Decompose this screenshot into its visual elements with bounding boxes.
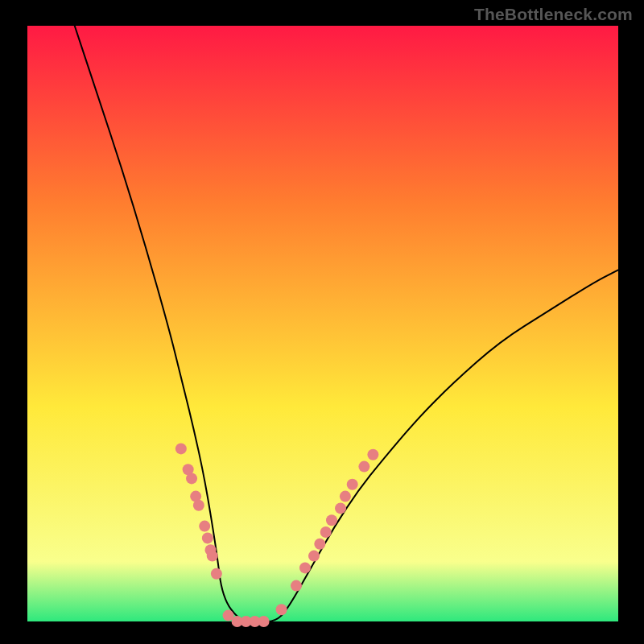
curve-marker	[186, 473, 197, 484]
curve-marker	[314, 539, 325, 550]
curve-marker	[258, 616, 270, 627]
curve-marker	[211, 568, 222, 580]
curve-marker	[347, 479, 358, 490]
chart-container: TheBottleneck.com	[0, 0, 644, 644]
curve-marker	[276, 604, 287, 615]
curve-marker	[202, 532, 213, 543]
curve-marker	[299, 562, 311, 573]
curve-marker	[207, 551, 218, 562]
curve-marker	[320, 526, 332, 538]
curve-marker	[291, 580, 302, 592]
bottleneck-chart	[0, 0, 644, 644]
curve-marker	[367, 449, 378, 460]
watermark-text: TheBottleneck.com	[474, 5, 633, 24]
curve-marker	[308, 551, 320, 562]
curve-marker	[340, 491, 351, 502]
curve-marker	[193, 500, 204, 511]
curve-marker	[358, 461, 369, 473]
curve-marker	[326, 514, 337, 526]
curve-marker	[199, 521, 210, 532]
curve-marker	[335, 502, 346, 514]
curve-marker	[175, 443, 187, 454]
